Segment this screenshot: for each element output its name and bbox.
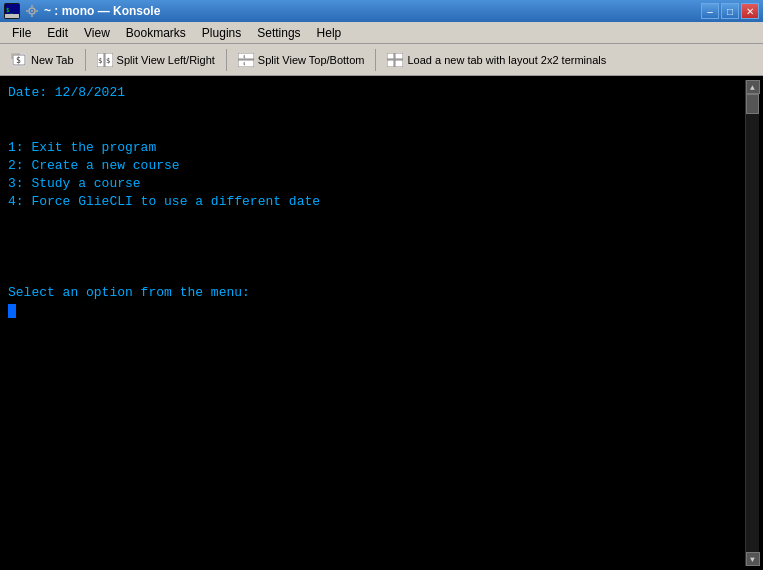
svg-point-5 — [31, 10, 33, 12]
svg-rect-2 — [5, 14, 19, 18]
menu-help[interactable]: Help — [309, 24, 350, 42]
menu-plugins[interactable]: Plugins — [194, 24, 249, 42]
terminal-line-3: 1: Exit the program — [8, 139, 741, 157]
maximize-button[interactable]: □ — [721, 3, 739, 19]
toolbar-sep-2 — [226, 49, 227, 71]
terminal-line-6: 4: Force GlieCLI to use a different date — [8, 193, 741, 211]
scroll-track[interactable] — [746, 94, 759, 552]
svg-text:$_: $_ — [6, 6, 14, 14]
terminal-cursor — [8, 304, 16, 318]
terminal-line-7 — [8, 211, 741, 229]
title-bar-left: $_ ~ : mono — Konsole — [4, 3, 160, 19]
menu-view[interactable]: View — [76, 24, 118, 42]
terminal-line-10 — [8, 266, 741, 284]
svg-rect-23 — [395, 53, 403, 59]
menu-edit[interactable]: Edit — [39, 24, 76, 42]
split-tb-icon: $ $ — [238, 52, 254, 68]
minimize-button[interactable]: – — [701, 3, 719, 19]
window-title: ~ : mono — Konsole — [44, 4, 160, 18]
menu-bar: File Edit View Bookmarks Plugins Setting… — [0, 22, 763, 44]
terminal[interactable]: Date: 12/8/2021 1: Exit the program 2: C… — [0, 76, 763, 570]
title-bar: $_ ~ : mono — Konsole – □ ✕ — [0, 0, 763, 22]
split-view-tb-button[interactable]: $ $ Split View Top/Bottom — [231, 47, 372, 73]
load-layout-label: Load a new tab with layout 2x2 terminals — [407, 54, 606, 66]
load-layout-icon — [387, 52, 403, 68]
terminal-line-5: 3: Study a course — [8, 175, 741, 193]
toolbar-sep-3 — [375, 49, 376, 71]
scroll-up-arrow[interactable]: ▲ — [746, 80, 760, 94]
svg-text:$: $ — [16, 56, 21, 65]
menu-bookmarks[interactable]: Bookmarks — [118, 24, 194, 42]
svg-rect-18 — [238, 53, 254, 59]
menu-settings[interactable]: Settings — [249, 24, 308, 42]
terminal-line-9 — [8, 248, 741, 266]
settings-icon — [24, 3, 40, 19]
terminal-line-0: Date: 12/8/2021 — [8, 84, 741, 102]
terminal-input-line[interactable] — [8, 302, 741, 320]
terminal-line-4: 2: Create a new course — [8, 157, 741, 175]
app-icon: $_ — [4, 3, 20, 19]
split-view-lr-button[interactable]: $ $ Split View Left/Right — [90, 47, 222, 73]
scrollbar[interactable]: ▲ ▼ — [745, 80, 759, 566]
scroll-thumb[interactable] — [746, 94, 759, 114]
new-tab-icon: $ — [11, 52, 27, 68]
new-tab-button[interactable]: $ New Tab — [4, 47, 81, 73]
split-tb-label: Split View Top/Bottom — [258, 54, 365, 66]
toolbar: $ New Tab $ $ Split View Left/Right $ $ — [0, 44, 763, 76]
terminal-line-2 — [8, 120, 741, 138]
svg-text:$: $ — [98, 57, 102, 65]
toolbar-sep-1 — [85, 49, 86, 71]
terminal-content: Date: 12/8/2021 1: Exit the program 2: C… — [4, 80, 745, 566]
scroll-down-arrow[interactable]: ▼ — [746, 552, 760, 566]
terminal-prompt-line: Select an option from the menu: — [8, 284, 741, 302]
terminal-line-8 — [8, 230, 741, 248]
svg-rect-19 — [238, 60, 254, 67]
svg-text:$: $ — [106, 57, 110, 65]
svg-rect-24 — [387, 60, 394, 67]
new-tab-label: New Tab — [31, 54, 74, 66]
split-lr-label: Split View Left/Right — [117, 54, 215, 66]
close-button[interactable]: ✕ — [741, 3, 759, 19]
terminal-line-1 — [8, 102, 741, 120]
load-layout-button[interactable]: Load a new tab with layout 2x2 terminals — [380, 47, 613, 73]
menu-file[interactable]: File — [4, 24, 39, 42]
split-lr-icon: $ $ — [97, 52, 113, 68]
svg-rect-22 — [387, 53, 394, 59]
svg-rect-25 — [395, 60, 403, 67]
window-controls: – □ ✕ — [701, 3, 759, 19]
